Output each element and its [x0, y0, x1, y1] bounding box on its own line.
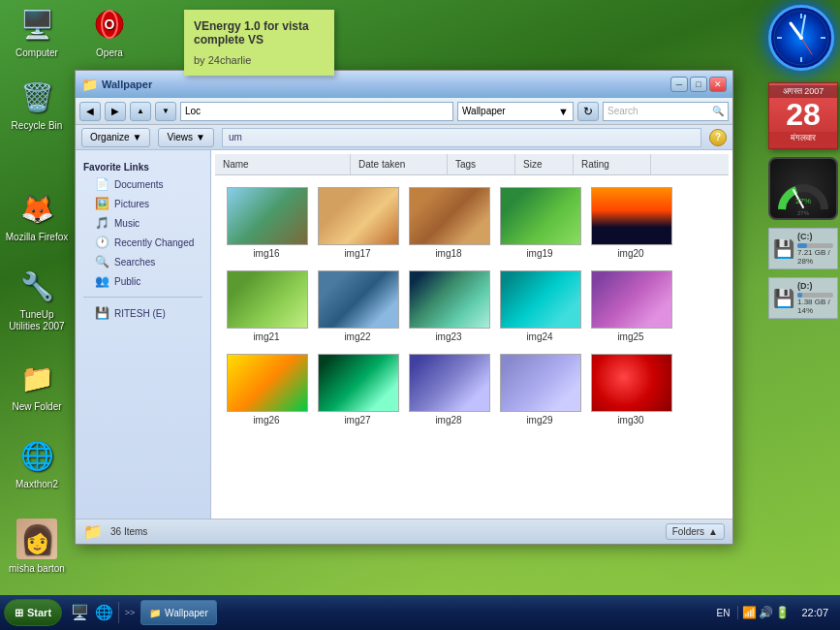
list-item[interactable]: img26 [223, 350, 310, 429]
start-button[interactable]: ⊞ Start [4, 599, 62, 626]
list-item[interactable]: img16 [223, 183, 310, 263]
list-item[interactable]: img20 [587, 183, 674, 263]
thumbnail-img20 [591, 187, 672, 245]
list-item[interactable]: img24 [496, 267, 583, 346]
thumbnail-grid: img16 img17 img18 img19 [215, 175, 729, 437]
views-button[interactable]: Views ▼ [158, 128, 213, 147]
sidebar-item-ritesh[interactable]: 💾 RITESH (E) [76, 303, 210, 323]
windows-logo-icon: ⊞ [15, 607, 23, 619]
list-item[interactable]: img29 [496, 350, 583, 429]
firefox-label: Mozilla Firefox [3, 232, 71, 243]
svg-text:27%: 27% [797, 210, 810, 216]
search-field[interactable]: Search 🔍 [603, 102, 729, 121]
sidebar-item-documents[interactable]: 📄 Documents [76, 174, 210, 194]
col-size[interactable]: Size [515, 154, 574, 174]
status-folder-icon: 📁 [83, 522, 103, 541]
battery-tray-icon[interactable]: 🔋 [775, 606, 790, 619]
ie-button[interactable]: 🌐 [93, 602, 114, 623]
img27-label: img27 [318, 415, 397, 425]
svg-text:27%: 27% [795, 197, 811, 205]
desktop-icon-tuneup[interactable]: 🔧 TuneUp Utilities 2007 [3, 267, 71, 332]
calendar-day: मंगलवार [769, 132, 837, 144]
language-indicator[interactable]: EN [713, 608, 734, 618]
col-name[interactable]: Name [215, 154, 351, 174]
drive-c-label: (C:) [797, 232, 833, 241]
col-date-taken[interactable]: Date taken [351, 154, 448, 174]
sidebar-item-public[interactable]: 👥 Public [76, 271, 210, 291]
show-desktop-button[interactable]: 🖥️ [69, 602, 90, 623]
desktop-icon-opera[interactable]: O Opera [76, 5, 143, 59]
taskbar-window-label: Wallpaper [165, 608, 208, 618]
drive-d-label: (D:) [797, 281, 833, 291]
organize-button[interactable]: Organize ▼ [81, 128, 150, 147]
address-field[interactable]: Loc [180, 102, 453, 121]
dropdown-arrow-icon: ▼ [558, 106, 569, 117]
quick-launch-expand[interactable]: >> [122, 600, 138, 625]
list-item[interactable]: img28 [405, 350, 492, 429]
minimize-button[interactable]: ─ [670, 77, 688, 92]
maximize-button[interactable]: □ [690, 77, 707, 92]
sidebar-item-music[interactable]: 🎵 Music [76, 213, 210, 233]
desktop-icon-recycle-bin[interactable]: 🗑️ Recycle Bin [3, 78, 71, 132]
folder-icon: 📁 [81, 77, 98, 92]
search-icon: 🔍 [712, 106, 724, 116]
list-item[interactable]: img22 [314, 267, 401, 346]
volume-tray-icon[interactable]: 🔊 [759, 606, 773, 619]
sidebar-item-pictures[interactable]: 🖼️ Pictures [76, 194, 210, 213]
sidebar-item-recently-changed[interactable]: 🕐 Recently Changed [76, 233, 210, 252]
opera-label: Opera [76, 47, 143, 59]
drive-c-info-text: 7.21 GB / 28% [797, 248, 833, 266]
img22-label: img22 [318, 331, 397, 342]
thumbnail-img21 [227, 270, 308, 329]
list-item[interactable]: img25 [587, 267, 674, 346]
img24-label: img24 [500, 331, 579, 342]
searches-icon: 🔍 [95, 255, 109, 268]
back-button[interactable]: ◀ [79, 102, 101, 121]
folders-toggle[interactable]: Folders ▲ [666, 523, 725, 540]
list-item[interactable]: img19 [496, 183, 583, 263]
desktop-icon-maxthon[interactable]: 🌐 Maxthon2 [3, 436, 71, 490]
col-rating[interactable]: Rating [574, 154, 651, 174]
network-tray-icon[interactable]: 📶 [742, 606, 757, 619]
misha-label: misha barton [3, 563, 71, 575]
list-item[interactable]: img23 [405, 267, 492, 346]
drive-d-widget: 💾 (D:) 1.38 GB / 14% [768, 277, 838, 319]
sticky-note: VEnergy 1.0 for vista complete VS by 24c… [184, 10, 334, 76]
list-item[interactable]: img21 [223, 267, 310, 346]
refresh-button[interactable]: ↻ [577, 102, 599, 121]
maxthon-icon: 🌐 [17, 436, 56, 475]
list-item[interactable]: img30 [587, 350, 674, 429]
quick-launch: 🖥️ 🌐 [65, 602, 119, 623]
taskbar-window-wallpaper[interactable]: 📁 Wallpaper [140, 600, 217, 625]
up-button[interactable]: ▲ [130, 102, 151, 121]
pictures-label: Pictures [114, 199, 149, 209]
col-tags[interactable]: Tags [448, 154, 515, 174]
gauge-widget: 27% 27% [768, 157, 838, 220]
svg-text:O: O [105, 16, 115, 32]
list-item[interactable]: img17 [314, 183, 401, 263]
desktop-icon-computer[interactable]: 🖥️ Computer [3, 5, 71, 59]
desktop-icon-new-folder[interactable]: 📁 New Folder [3, 359, 71, 413]
desktop-icon-misha[interactable]: 👩 misha barton [3, 519, 71, 575]
recent-button[interactable]: ▼ [155, 102, 176, 121]
forward-button[interactable]: ▶ [105, 102, 126, 121]
address-text: Loc [185, 106, 201, 116]
computer-icon: 🖥️ [17, 5, 56, 44]
content-area: Favorite Links 📄 Documents 🖼️ Pictures 🎵… [76, 150, 732, 519]
file-grid[interactable]: Name Date taken Tags Size Rating img16 i… [211, 150, 732, 519]
help-button[interactable]: ? [709, 129, 727, 146]
list-item[interactable]: img18 [405, 183, 492, 263]
address-dropdown[interactable]: Wallpaper ▼ [457, 102, 574, 121]
close-button[interactable]: ✕ [709, 77, 727, 92]
public-label: Public [114, 276, 140, 287]
taskbar-clock[interactable]: 22:07 [797, 607, 832, 618]
desktop-icon-firefox[interactable]: 🦊 Mozilla Firefox [3, 189, 71, 243]
thumbnail-img19 [500, 187, 581, 245]
drive-d-info-text: 1.38 GB / 14% [797, 298, 833, 315]
svg-line-8 [791, 23, 801, 38]
views-arrow-icon: ▼ [196, 132, 205, 142]
list-item[interactable]: img27 [314, 350, 401, 429]
sidebar-item-searches[interactable]: 🔍 Searches [76, 252, 210, 271]
thumbnail-img23 [409, 270, 490, 329]
organize-label: Organize [90, 132, 130, 142]
